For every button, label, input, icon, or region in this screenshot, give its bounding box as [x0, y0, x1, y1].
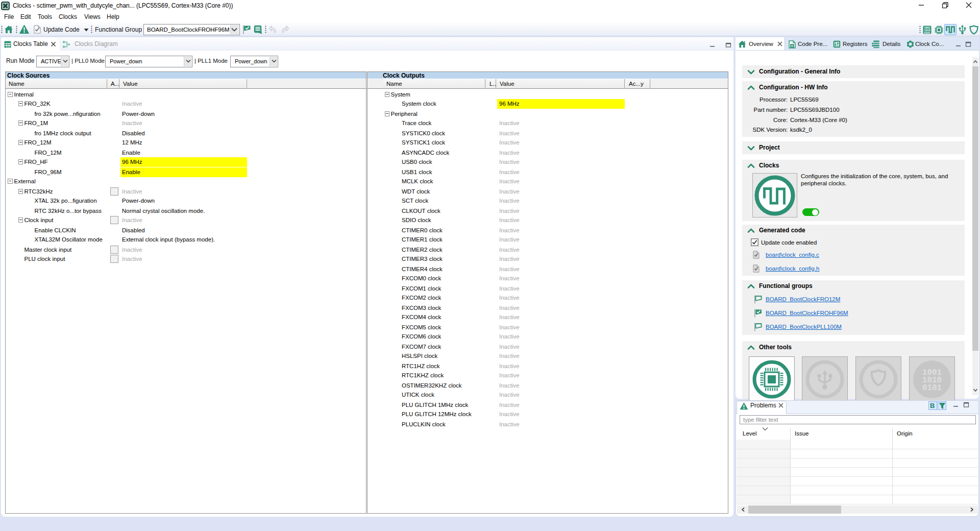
svg-text:0101: 0101 — [922, 383, 942, 393]
svg-text:0101: 0101 — [924, 32, 930, 35]
svg-text:c: c — [791, 43, 793, 48]
